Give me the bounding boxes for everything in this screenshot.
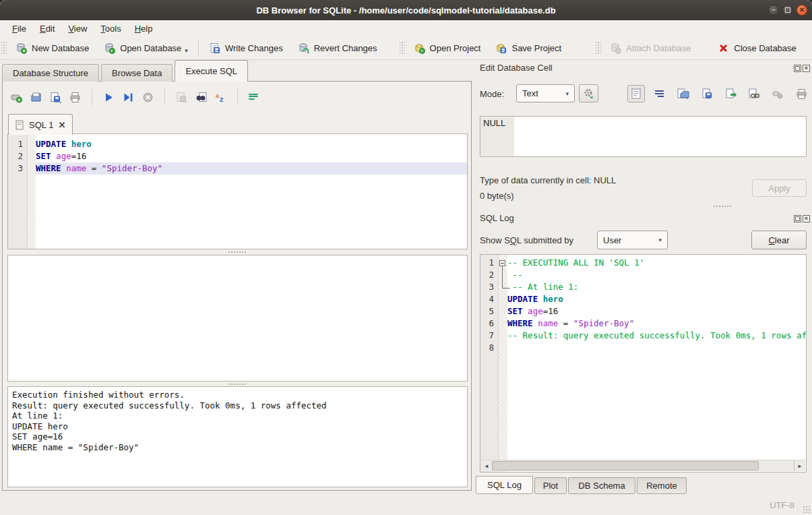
close-database-icon xyxy=(718,42,729,54)
set-null-icon[interactable] xyxy=(769,85,786,102)
execute-line-icon[interactable] xyxy=(123,92,134,103)
save-sql-file-icon[interactable] xyxy=(50,92,61,103)
close-button[interactable]: ✕ xyxy=(797,5,807,16)
clear-log-button[interactable]: Clear xyxy=(751,231,807,249)
text-mode-icon[interactable] xyxy=(627,85,645,102)
line-number: 3 xyxy=(8,162,27,175)
dock-splitter[interactable] xyxy=(714,204,731,208)
execution-message-pane[interactable]: Execution finished without errors.Result… xyxy=(7,386,468,487)
gear-icon xyxy=(583,88,594,99)
resize-grip[interactable] xyxy=(803,506,811,514)
toolbar-drag-handle[interactable] xyxy=(1,40,7,55)
title-bar[interactable]: DB Browser for SQLite - /home/user/code/… xyxy=(0,0,812,20)
write-changes-button[interactable]: Write Changes xyxy=(201,38,290,57)
bottom-tab-remote[interactable]: Remote xyxy=(637,477,687,494)
code-text: UPDATE hero xyxy=(507,293,806,305)
close-sql-tab-icon[interactable]: ✕ xyxy=(58,120,65,130)
save-results-icon[interactable] xyxy=(176,92,187,103)
minimize-button[interactable]: – xyxy=(768,5,779,16)
window-controls: – ✕ xyxy=(768,5,807,16)
export-data-icon[interactable] xyxy=(698,85,716,102)
link-icon[interactable] xyxy=(745,85,763,102)
message-line: Execution finished without errors. xyxy=(12,390,463,400)
tab-database-structure[interactable]: Database Structure xyxy=(2,64,99,82)
stop-icon[interactable] xyxy=(142,92,154,103)
open-database-button[interactable]: Open Database ▾ xyxy=(96,38,195,57)
toolbar-drag-handle[interactable] xyxy=(400,40,405,55)
edit-cell-close-icon[interactable]: × xyxy=(803,65,810,72)
sql-editor[interactable]: 1UPDATE hero2SET age=163WHERE name = "Sp… xyxy=(7,133,468,249)
tab-execute-sql[interactable]: Execute SQL xyxy=(175,60,248,82)
log-filter-label: Show SQL submitted by xyxy=(480,235,573,245)
code-line: 3 -- At line 1: xyxy=(480,281,806,293)
scroll-track[interactable] xyxy=(492,460,794,471)
toggle-wrap-icon[interactable] xyxy=(249,90,260,104)
save-as-icon[interactable] xyxy=(722,85,739,102)
sql-1-tab[interactable]: SQL 1 ✕ xyxy=(8,114,73,135)
log-horizontal-scrollbar[interactable]: ◀ ▶ xyxy=(481,460,805,471)
toolbar-drag-handle[interactable] xyxy=(596,40,601,55)
fold-column xyxy=(27,150,36,162)
mode-select[interactable]: Text▾ xyxy=(516,84,575,102)
fold-marker-icon[interactable] xyxy=(499,260,505,266)
bottom-tab-plot[interactable]: Plot xyxy=(534,477,567,494)
menu-file[interactable]: File xyxy=(5,22,33,36)
maximize-button[interactable] xyxy=(782,5,793,16)
menu-edit[interactable]: Edit xyxy=(33,22,61,36)
revert-changes-button[interactable]: Revert Changes xyxy=(290,38,385,57)
menu-view[interactable]: View xyxy=(61,22,94,36)
save-project-button[interactable]: Save Project xyxy=(488,38,569,57)
open-sql-file-icon[interactable] xyxy=(30,92,42,103)
line-number: 2 xyxy=(8,150,27,162)
apply-button[interactable]: Apply xyxy=(752,179,807,197)
close-database-button[interactable]: Close Database xyxy=(710,38,804,57)
open-database-icon xyxy=(104,42,115,54)
import-data-icon[interactable] xyxy=(675,85,692,102)
sql-log-view[interactable]: 1-- EXECUTING ALL IN 'SQL 1'2 --3 -- At … xyxy=(480,254,807,473)
menu-help[interactable]: Help xyxy=(128,22,160,36)
save-project-icon xyxy=(495,42,507,54)
format-sql-icon[interactable]: az xyxy=(215,92,226,103)
print-cell-icon[interactable] xyxy=(792,85,810,102)
line-number: 4 xyxy=(480,293,498,305)
fold-column xyxy=(27,162,36,175)
message-line: Result: query executed successfully. Too… xyxy=(12,400,463,411)
line-number: 2 xyxy=(480,269,498,281)
find-icon[interactable] xyxy=(195,92,207,103)
editor-results-splitter[interactable] xyxy=(228,250,246,254)
scroll-left-icon[interactable]: ◀ xyxy=(481,460,492,471)
code-line: 4UPDATE hero xyxy=(480,293,806,305)
sql-log-close-icon[interactable]: × xyxy=(803,215,810,222)
open-project-icon xyxy=(414,42,425,54)
message-line: UPDATE hero xyxy=(12,421,463,432)
word-wrap-icon[interactable] xyxy=(651,85,668,102)
log-filter-select[interactable]: User▾ xyxy=(597,231,668,249)
new-database-button[interactable]: New Database xyxy=(8,38,96,57)
open-database-dropdown-icon[interactable]: ▾ xyxy=(185,47,188,54)
cell-value-editor[interactable]: NULL xyxy=(480,116,807,157)
print-icon[interactable] xyxy=(69,92,81,103)
scroll-thumb[interactable] xyxy=(492,461,759,471)
apply-format-button[interactable] xyxy=(579,84,598,102)
bottom-tab-sql-log[interactable]: SQL Log xyxy=(476,476,533,494)
code-text: -- Result: query executed successfully. … xyxy=(507,330,807,342)
fold-line xyxy=(502,266,503,288)
edit-cell-float-icon[interactable] xyxy=(794,65,801,72)
attach-database-button[interactable]: Attach Database xyxy=(602,38,698,57)
code-text: -- At line 1: xyxy=(507,281,806,293)
code-text: SET age=16 xyxy=(36,150,467,162)
scroll-right-icon[interactable]: ▶ xyxy=(794,460,805,471)
results-pane[interactable] xyxy=(7,255,468,382)
bottom-tab-db-schema[interactable]: DB Schema xyxy=(568,477,635,494)
execute-sql-icon[interactable] xyxy=(103,92,115,103)
toolbar-separator xyxy=(92,89,92,105)
app-window: DB Browser for SQLite - /home/user/code/… xyxy=(0,0,812,515)
open-sql-tab-icon[interactable] xyxy=(11,92,22,103)
code-line: 7-- Result: query executed successfully.… xyxy=(480,330,806,342)
code-line: 6WHERE name = "Spider-Boy" xyxy=(480,317,806,330)
menu-tools[interactable]: Tools xyxy=(94,22,127,36)
sql-log-float-icon[interactable] xyxy=(794,215,801,222)
cell-size-label: 0 byte(s) xyxy=(480,191,514,201)
open-project-button[interactable]: Open Project xyxy=(406,38,489,57)
tab-browse-data[interactable]: Browse Data xyxy=(101,64,173,82)
